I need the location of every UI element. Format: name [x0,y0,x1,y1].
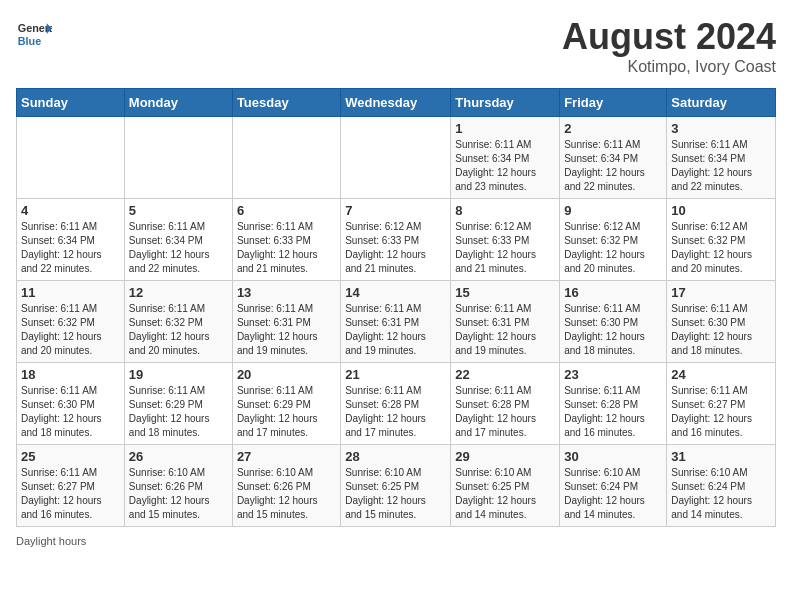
day-number: 3 [671,121,771,136]
day-info: Sunrise: 6:11 AM Sunset: 6:32 PM Dayligh… [129,302,228,358]
day-number: 31 [671,449,771,464]
calendar-cell: 19Sunrise: 6:11 AM Sunset: 6:29 PM Dayli… [124,363,232,445]
calendar-cell: 17Sunrise: 6:11 AM Sunset: 6:30 PM Dayli… [667,281,776,363]
calendar-cell: 9Sunrise: 6:12 AM Sunset: 6:32 PM Daylig… [560,199,667,281]
logo-icon: General Blue [16,16,52,52]
day-info: Sunrise: 6:10 AM Sunset: 6:25 PM Dayligh… [455,466,555,522]
day-number: 27 [237,449,336,464]
day-info: Sunrise: 6:12 AM Sunset: 6:32 PM Dayligh… [671,220,771,276]
day-info: Sunrise: 6:11 AM Sunset: 6:28 PM Dayligh… [345,384,446,440]
day-number: 26 [129,449,228,464]
day-number: 2 [564,121,662,136]
day-info: Sunrise: 6:11 AM Sunset: 6:28 PM Dayligh… [564,384,662,440]
calendar-cell [232,117,340,199]
calendar-cell: 5Sunrise: 6:11 AM Sunset: 6:34 PM Daylig… [124,199,232,281]
calendar-cell: 13Sunrise: 6:11 AM Sunset: 6:31 PM Dayli… [232,281,340,363]
day-number: 25 [21,449,120,464]
calendar-cell: 8Sunrise: 6:12 AM Sunset: 6:33 PM Daylig… [451,199,560,281]
calendar-week-row: 18Sunrise: 6:11 AM Sunset: 6:30 PM Dayli… [17,363,776,445]
day-number: 14 [345,285,446,300]
calendar-cell: 26Sunrise: 6:10 AM Sunset: 6:26 PM Dayli… [124,445,232,527]
calendar-cell: 2Sunrise: 6:11 AM Sunset: 6:34 PM Daylig… [560,117,667,199]
day-of-week-thursday: Thursday [451,89,560,117]
day-info: Sunrise: 6:11 AM Sunset: 6:31 PM Dayligh… [237,302,336,358]
calendar-cell [124,117,232,199]
day-info: Sunrise: 6:11 AM Sunset: 6:34 PM Dayligh… [455,138,555,194]
day-info: Sunrise: 6:11 AM Sunset: 6:30 PM Dayligh… [21,384,120,440]
day-info: Sunrise: 6:11 AM Sunset: 6:34 PM Dayligh… [564,138,662,194]
footer: Daylight hours [16,535,776,547]
day-number: 11 [21,285,120,300]
day-number: 10 [671,203,771,218]
calendar-cell: 28Sunrise: 6:10 AM Sunset: 6:25 PM Dayli… [341,445,451,527]
day-info: Sunrise: 6:11 AM Sunset: 6:30 PM Dayligh… [671,302,771,358]
day-number: 15 [455,285,555,300]
day-number: 28 [345,449,446,464]
day-info: Sunrise: 6:11 AM Sunset: 6:33 PM Dayligh… [237,220,336,276]
day-number: 18 [21,367,120,382]
day-info: Sunrise: 6:11 AM Sunset: 6:31 PM Dayligh… [345,302,446,358]
calendar-week-row: 1Sunrise: 6:11 AM Sunset: 6:34 PM Daylig… [17,117,776,199]
day-info: Sunrise: 6:11 AM Sunset: 6:29 PM Dayligh… [129,384,228,440]
calendar-cell: 25Sunrise: 6:11 AM Sunset: 6:27 PM Dayli… [17,445,125,527]
day-info: Sunrise: 6:10 AM Sunset: 6:24 PM Dayligh… [671,466,771,522]
day-info: Sunrise: 6:10 AM Sunset: 6:25 PM Dayligh… [345,466,446,522]
calendar-cell: 30Sunrise: 6:10 AM Sunset: 6:24 PM Dayli… [560,445,667,527]
calendar-cell: 31Sunrise: 6:10 AM Sunset: 6:24 PM Dayli… [667,445,776,527]
calendar-cell: 3Sunrise: 6:11 AM Sunset: 6:34 PM Daylig… [667,117,776,199]
title-block: August 2024 Kotimpo, Ivory Coast [562,16,776,76]
day-info: Sunrise: 6:11 AM Sunset: 6:34 PM Dayligh… [21,220,120,276]
calendar-cell: 14Sunrise: 6:11 AM Sunset: 6:31 PM Dayli… [341,281,451,363]
day-of-week-sunday: Sunday [17,89,125,117]
day-of-week-friday: Friday [560,89,667,117]
day-number: 1 [455,121,555,136]
calendar-week-row: 25Sunrise: 6:11 AM Sunset: 6:27 PM Dayli… [17,445,776,527]
day-info: Sunrise: 6:10 AM Sunset: 6:26 PM Dayligh… [129,466,228,522]
calendar-cell [341,117,451,199]
daylight-label: Daylight hours [16,535,86,547]
day-number: 21 [345,367,446,382]
calendar-week-row: 4Sunrise: 6:11 AM Sunset: 6:34 PM Daylig… [17,199,776,281]
day-info: Sunrise: 6:11 AM Sunset: 6:28 PM Dayligh… [455,384,555,440]
calendar-cell: 18Sunrise: 6:11 AM Sunset: 6:30 PM Dayli… [17,363,125,445]
day-number: 6 [237,203,336,218]
calendar-cell: 4Sunrise: 6:11 AM Sunset: 6:34 PM Daylig… [17,199,125,281]
page-title: August 2024 [562,16,776,58]
day-number: 9 [564,203,662,218]
calendar-cell: 20Sunrise: 6:11 AM Sunset: 6:29 PM Dayli… [232,363,340,445]
calendar-cell [17,117,125,199]
day-number: 24 [671,367,771,382]
calendar-cell: 21Sunrise: 6:11 AM Sunset: 6:28 PM Dayli… [341,363,451,445]
day-info: Sunrise: 6:11 AM Sunset: 6:29 PM Dayligh… [237,384,336,440]
calendar-cell: 11Sunrise: 6:11 AM Sunset: 6:32 PM Dayli… [17,281,125,363]
day-info: Sunrise: 6:11 AM Sunset: 6:34 PM Dayligh… [671,138,771,194]
calendar-cell: 10Sunrise: 6:12 AM Sunset: 6:32 PM Dayli… [667,199,776,281]
day-number: 12 [129,285,228,300]
day-number: 13 [237,285,336,300]
day-info: Sunrise: 6:10 AM Sunset: 6:24 PM Dayligh… [564,466,662,522]
day-number: 4 [21,203,120,218]
day-number: 7 [345,203,446,218]
day-info: Sunrise: 6:11 AM Sunset: 6:34 PM Dayligh… [129,220,228,276]
page-subtitle: Kotimpo, Ivory Coast [562,58,776,76]
calendar-cell: 7Sunrise: 6:12 AM Sunset: 6:33 PM Daylig… [341,199,451,281]
day-number: 20 [237,367,336,382]
day-number: 22 [455,367,555,382]
day-of-week-wednesday: Wednesday [341,89,451,117]
svg-text:Blue: Blue [18,35,41,47]
day-info: Sunrise: 6:11 AM Sunset: 6:32 PM Dayligh… [21,302,120,358]
day-info: Sunrise: 6:12 AM Sunset: 6:32 PM Dayligh… [564,220,662,276]
calendar-cell: 6Sunrise: 6:11 AM Sunset: 6:33 PM Daylig… [232,199,340,281]
calendar-cell: 16Sunrise: 6:11 AM Sunset: 6:30 PM Dayli… [560,281,667,363]
calendar-cell: 1Sunrise: 6:11 AM Sunset: 6:34 PM Daylig… [451,117,560,199]
day-info: Sunrise: 6:11 AM Sunset: 6:27 PM Dayligh… [671,384,771,440]
calendar-cell: 24Sunrise: 6:11 AM Sunset: 6:27 PM Dayli… [667,363,776,445]
calendar-week-row: 11Sunrise: 6:11 AM Sunset: 6:32 PM Dayli… [17,281,776,363]
day-of-week-saturday: Saturday [667,89,776,117]
day-of-week-monday: Monday [124,89,232,117]
day-number: 23 [564,367,662,382]
day-number: 5 [129,203,228,218]
calendar-cell: 15Sunrise: 6:11 AM Sunset: 6:31 PM Dayli… [451,281,560,363]
day-number: 17 [671,285,771,300]
calendar-cell: 23Sunrise: 6:11 AM Sunset: 6:28 PM Dayli… [560,363,667,445]
